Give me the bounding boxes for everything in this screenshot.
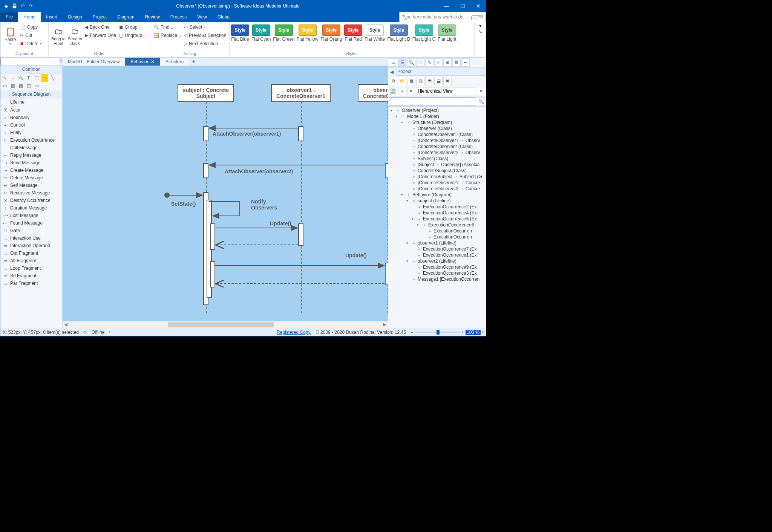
style-swatch[interactable]: Style — [299, 24, 317, 36]
rp-dd-icon[interactable]: ▾ — [477, 87, 485, 95]
tree-node[interactable]: ▾▫Structure (Diagram) — [389, 119, 485, 125]
rp-tb-icon[interactable]: ⬓ — [434, 77, 443, 85]
find-button[interactable]: 🔍Find... — [152, 23, 182, 31]
tool-item[interactable]: □Gate — [0, 227, 62, 234]
tree-node[interactable]: ▫[Subject → Observer] (Associa — [389, 162, 485, 168]
menu-global[interactable]: Global — [212, 12, 236, 22]
search-icon[interactable]: 🔍 — [477, 97, 485, 105]
rp-tb-icon[interactable]: ▦ — [407, 77, 415, 85]
tool-item[interactable]: ▭Alt Fragment — [0, 257, 62, 264]
style-swatch[interactable]: Style — [366, 24, 384, 36]
next-sel-button[interactable]: ▷Next Selection — [182, 40, 228, 48]
style-swatch[interactable]: Style — [415, 24, 433, 36]
tree-node[interactable]: ▫ExecutionOccurrence2 (Ex — [389, 204, 485, 210]
tool-item[interactable]: 웃Actor — [0, 106, 62, 114]
tree-node[interactable]: ▫ExecutionOccurren — [389, 228, 485, 234]
select-button[interactable]: ▭Select▾ — [182, 23, 228, 31]
note-tool-icon[interactable]: ▭ — [41, 74, 48, 82]
ribbon-more-icon[interactable]: ▾ — [479, 23, 481, 28]
style-swatch[interactable]: Style — [344, 24, 362, 36]
tool-item[interactable]: ▭Interaction Use — [0, 234, 62, 242]
rp-icon[interactable]: 🖊 — [434, 58, 443, 67]
style-swatch[interactable]: Style — [390, 24, 408, 36]
tree-node[interactable]: ▾▫observer1 (Lifeline) — [389, 240, 485, 246]
tool-item[interactable]: ▭Interaction Operand — [0, 242, 62, 249]
group-button[interactable]: ▣Group — [118, 23, 144, 31]
style-swatch[interactable]: Style — [231, 24, 249, 36]
tree-node[interactable]: ▫ExecutionOccurrence9 (Ex — [389, 264, 485, 270]
forward-one-button[interactable]: ▶Forward One — [83, 31, 118, 40]
tree-node[interactable]: ▫ExecutionOccurrence3 (Ex — [389, 270, 485, 276]
menu-review[interactable]: Review — [139, 12, 165, 22]
prev-sel-button[interactable]: ◁Previous Selection — [182, 31, 228, 40]
menu-project[interactable]: Project — [87, 12, 112, 22]
tree-node[interactable]: ▫[ConcreteObserver2 → Concre — [389, 186, 485, 192]
connector-tool-icon[interactable]: ↔ — [9, 74, 17, 82]
line-tool-icon[interactable]: ╲ — [49, 74, 56, 82]
toolbox-common-header[interactable]: Common — [0, 66, 62, 73]
menu-insert[interactable]: Insert — [41, 12, 63, 22]
tree-node[interactable]: ▫Subject (Class) — [389, 156, 485, 162]
tree-node[interactable]: ▫ConcreteSubject (Class) — [389, 168, 485, 174]
tool-item[interactable]: ↩Self Message — [0, 182, 62, 189]
tool-item[interactable]: ←Reply Message — [0, 151, 62, 159]
menu-design[interactable]: Design — [63, 12, 87, 22]
menu-view[interactable]: View — [192, 12, 212, 22]
cut-button[interactable]: ✂Cut — [18, 31, 43, 40]
toolbox-group-header[interactable]: Sequence Diagram — [0, 90, 62, 98]
doc-tab[interactable]: Model1 - Folder Overview — [63, 58, 125, 66]
tool-item[interactable]: ⤳Delete Message — [0, 174, 62, 182]
tool-item[interactable]: ⬚Lifeline — [0, 98, 62, 106]
tree-node[interactable]: ▫[ConcreteSubject → Subject] (G — [389, 174, 485, 180]
redo-icon[interactable]: ↷ — [28, 3, 34, 9]
tree-node[interactable]: ▫ConcreteObserver2 (Class) — [389, 144, 485, 150]
rp-tb-icon[interactable]: ⚙ — [389, 77, 397, 85]
canvas-scrollbar[interactable]: ◀▶ — [63, 321, 388, 328]
text-tool-icon[interactable]: T — [25, 74, 32, 82]
ribbon-launcher-icon[interactable]: ↘ — [478, 29, 482, 34]
rp-icon[interactable]: ☰ — [398, 58, 406, 67]
status-registered[interactable]: Registered Copy. — [277, 330, 311, 335]
close-button[interactable]: ✕ — [473, 3, 484, 9]
rp-icon[interactable]: 📄 — [416, 58, 424, 67]
tree-node[interactable]: ▫ExecutionOccurrence1 (Ex — [389, 252, 485, 258]
zoom-value[interactable]: 100 % — [466, 330, 481, 335]
style-swatch[interactable]: Style — [275, 24, 293, 36]
box3-tool-icon[interactable]: ▤ — [17, 82, 25, 90]
rp-tb-icon[interactable]: ＋ — [398, 87, 406, 95]
tool-item[interactable]: ▭Par Fragment — [0, 280, 62, 287]
status-refresh-icon[interactable]: ⟳ — [83, 330, 87, 335]
tree-node[interactable]: ▫[ConcreteObserver1 → Observ — [389, 138, 485, 144]
zoom-tool-icon[interactable]: 🔍 — [17, 74, 25, 82]
tool-item[interactable]: ▯Execution Occurrence — [0, 136, 62, 144]
tree-node[interactable]: ▾▫subject (Lifeline) — [389, 198, 485, 204]
delete-button[interactable]: ✖Delete▾ — [18, 40, 43, 48]
tree-node[interactable]: ▾▫Model1 (Folder) — [389, 113, 485, 119]
bring-front-button[interactable]: 🗂Bring to Front — [50, 23, 67, 49]
tool-item[interactable]: •→Found Message — [0, 219, 62, 227]
close-icon[interactable]: ✕ — [151, 59, 155, 64]
menu-diagram[interactable]: Diagram — [112, 12, 139, 22]
style-swatch[interactable]: Style — [252, 24, 270, 36]
rp-icon[interactable]: 🖶 — [452, 58, 461, 67]
project-search[interactable] — [389, 97, 476, 105]
box2-tool-icon[interactable]: ▥ — [9, 82, 17, 90]
tool-item[interactable]: ↩Recursive Message — [0, 189, 62, 197]
pointer-tool-icon[interactable]: ↖ — [1, 74, 9, 82]
toolbox-search[interactable] — [0, 58, 59, 65]
shape-tool-icon[interactable]: ⬚ — [33, 74, 40, 82]
tree-node[interactable]: ▾▫ExecutionOccurrence6 — [389, 222, 485, 228]
tree-node[interactable]: ▫ExecutionOccurrence7 (Ex — [389, 246, 485, 252]
tool-item[interactable]: ○Boundary — [0, 114, 62, 121]
tool-item[interactable]: ▭Opt Fragment — [0, 249, 62, 257]
tool-item[interactable]: ▭Loop Fragment — [0, 264, 62, 272]
rp-tb-icon[interactable]: ✖ — [443, 77, 452, 85]
status-offline[interactable]: Offline — [92, 330, 104, 335]
menu-process[interactable]: Process — [165, 12, 192, 22]
rp-tb-icon[interactable]: 🔄 — [389, 87, 397, 95]
doc-tab[interactable]: Behavior✕ — [125, 58, 160, 66]
tool-item[interactable]: →Call Message — [0, 144, 62, 151]
box1-tool-icon[interactable]: ▭ — [1, 82, 9, 90]
doc-tab[interactable]: Structure — [160, 58, 190, 66]
replace-button[interactable]: 🔁Replace... — [152, 31, 182, 40]
